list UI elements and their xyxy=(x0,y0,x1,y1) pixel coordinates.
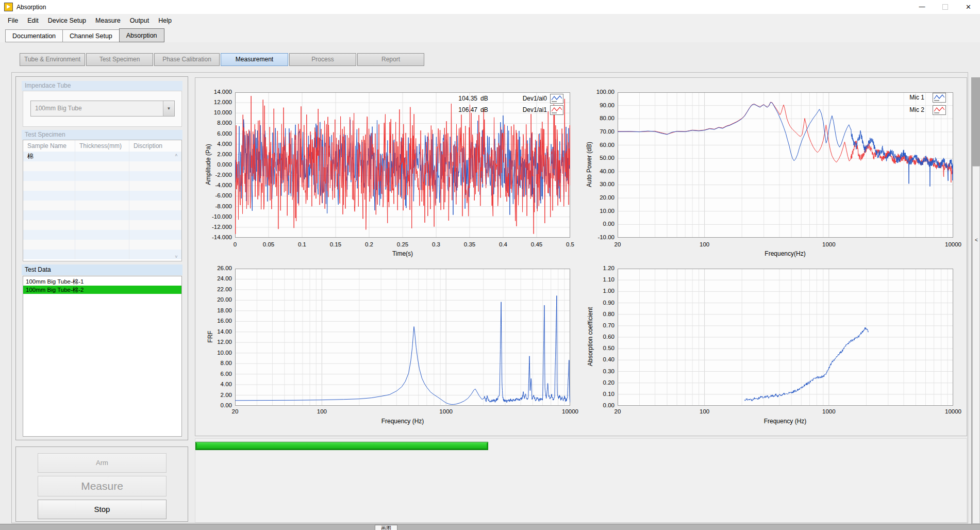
legend-dev1-ai0-icon[interactable] xyxy=(550,94,563,104)
time-waveform-plot[interactable] xyxy=(235,92,570,238)
tab-documentation[interactable]: Documentation xyxy=(5,29,63,42)
legend-dev1-ai1-icon[interactable] xyxy=(550,105,563,115)
test-data-item[interactable]: 100mm Big Tube-棉-2 xyxy=(23,286,181,294)
specimen-row[interactable] xyxy=(23,191,181,201)
impedance-tube-group: 100mm Big Tube ▼ xyxy=(23,91,182,127)
sidebar-panel: Impendace Tube 100mm Big Tube ▼ Test Spe… xyxy=(15,76,188,440)
time-waveform-xtick: 0.05 xyxy=(253,241,284,247)
specimen-cell xyxy=(75,201,129,210)
time-waveform-readout-unit: dB xyxy=(480,106,494,113)
absorption-coefficient-xtick: 10000 xyxy=(938,408,969,415)
bottom-partial-tab[interactable]: 画图 xyxy=(375,525,397,530)
test-specimen-header: Test Specimen xyxy=(22,130,182,140)
auto-power-spectrum-ytick: 90.00 xyxy=(584,102,614,108)
specimen-cell xyxy=(75,230,129,240)
frf-xtick: 100 xyxy=(306,408,337,415)
time-waveform-xtick: 0.4 xyxy=(488,241,519,247)
absorption-coefficient-ytick: 1.20 xyxy=(584,265,614,271)
time-waveform-xtick: 0 xyxy=(220,241,251,247)
absorption-coefficient-ylabel: Absorption coefficient xyxy=(587,290,594,383)
specimen-cell xyxy=(23,250,75,259)
menu-device-setup[interactable]: Device Setup xyxy=(43,14,91,28)
right-scrollbar[interactable] xyxy=(972,166,980,524)
time-waveform-xtick: 0.15 xyxy=(320,241,351,247)
menu-file[interactable]: File xyxy=(3,14,23,28)
collapse-left-icon[interactable]: < xyxy=(973,237,979,243)
specimen-cell xyxy=(129,210,178,220)
test-data-item[interactable]: 100mm Big Tube-棉-1 xyxy=(23,277,181,286)
specimen-row[interactable] xyxy=(23,220,181,230)
specimen-row[interactable] xyxy=(23,210,181,220)
subtab-tube-environment[interactable]: Tube & Environment xyxy=(20,53,85,66)
control-button-panel: Arm Measure Stop xyxy=(15,446,188,522)
window-title: Absorption xyxy=(16,4,46,11)
time-waveform-ytick: 14.000 xyxy=(201,89,232,95)
specimen-row[interactable] xyxy=(23,230,181,240)
menu-output[interactable]: Output xyxy=(125,14,154,28)
frf-plot[interactable] xyxy=(235,269,570,406)
subtab-process[interactable]: Process xyxy=(289,53,356,66)
subtab-test-specimen[interactable]: Test Specimen xyxy=(86,53,153,66)
legend-mic-1-icon[interactable] xyxy=(933,93,946,103)
specimen-row[interactable] xyxy=(23,171,181,181)
menu-help[interactable]: Help xyxy=(154,14,176,28)
main-tab-strip: DocumentationChannel SetupAbsorption xyxy=(0,28,980,42)
impedance-tube-dropdown[interactable]: 100mm Big Tube ▼ xyxy=(30,101,175,117)
frf-ytick: 22.00 xyxy=(201,286,232,292)
bottom-edge-strip xyxy=(0,524,980,530)
specimen-cell xyxy=(129,201,178,210)
auto-power-spectrum-ytick: -10.00 xyxy=(584,234,614,240)
sub-tab-strip: Tube & EnvironmentTest SpecimenPhase Cal… xyxy=(20,53,424,66)
time-waveform-ylabel: Amplitude (Pa) xyxy=(205,118,212,211)
menu-bar: FileEditDevice SetupMeasureOutputHelp xyxy=(0,14,980,28)
specimen-table[interactable]: Sample NameThickness(mm)Discription棉 xyxy=(23,140,182,261)
frf-ytick: 0.00 xyxy=(201,402,232,408)
specimen-cell xyxy=(129,161,178,171)
specimen-row[interactable] xyxy=(23,201,181,210)
test-data-list[interactable]: 100mm Big Tube-棉-1100mm Big Tube-棉-2 xyxy=(23,276,182,437)
specimen-cell xyxy=(75,161,129,171)
chevron-down-icon[interactable]: ▼ xyxy=(163,101,174,116)
specimen-row[interactable] xyxy=(23,240,181,250)
specimen-cell: 棉 xyxy=(23,152,75,161)
menu-edit[interactable]: Edit xyxy=(23,14,43,28)
time-waveform-ytick: -10.000 xyxy=(201,213,232,220)
specimen-cell xyxy=(23,210,75,220)
tab-absorption[interactable]: Absorption xyxy=(119,28,164,42)
absorption-coefficient-ytick: 0.00 xyxy=(584,402,614,408)
stop-button[interactable]: Stop xyxy=(38,500,167,519)
frf-ytick: 4.00 xyxy=(201,381,232,387)
subtab-measurement[interactable]: Measurement xyxy=(221,53,288,66)
specimen-row[interactable] xyxy=(23,161,181,171)
frf-ytick: 18.00 xyxy=(201,307,232,313)
arm-button: Arm xyxy=(38,453,167,473)
specimen-cell xyxy=(75,152,129,161)
subtab-phase-calibration[interactable]: Phase Calibration xyxy=(154,53,220,66)
subtab-report[interactable]: Report xyxy=(357,53,424,66)
auto-power-spectrum-xlabel: Frequency(Hz) xyxy=(739,250,832,257)
frf-ytick: 16.00 xyxy=(201,318,232,324)
specimen-row[interactable] xyxy=(23,250,181,259)
tab-channel-setup[interactable]: Channel Setup xyxy=(62,29,120,42)
specimen-cell xyxy=(75,191,129,201)
specimen-cell xyxy=(129,250,178,259)
absorption-coefficient-plot[interactable] xyxy=(618,269,953,406)
specimen-row[interactable] xyxy=(23,181,181,191)
title-bar[interactable]: Absorption — ✕ xyxy=(0,0,980,14)
close-icon[interactable]: ✕ xyxy=(957,0,980,14)
auto-power-spectrum-plot[interactable] xyxy=(618,92,953,238)
menu-measure[interactable]: Measure xyxy=(91,14,125,28)
absorption-coefficient-xtick: 20 xyxy=(602,408,633,415)
maximize-icon[interactable] xyxy=(934,0,957,14)
time-waveform-ytick: -12.000 xyxy=(201,224,232,230)
legend-mic-2-icon[interactable] xyxy=(933,105,946,115)
specimen-cell xyxy=(23,230,75,240)
minimize-icon[interactable]: — xyxy=(910,0,934,14)
auto-power-spectrum-xtick: 20 xyxy=(602,241,633,247)
time-waveform-xtick: 0.35 xyxy=(454,241,485,247)
scroll-down-icon[interactable]: ˅ xyxy=(173,254,179,259)
scroll-up-icon[interactable]: ˄ xyxy=(173,153,179,158)
specimen-cell xyxy=(23,201,75,210)
absorption-window: Absorption — ✕ FileEditDevice SetupMeasu… xyxy=(0,0,980,530)
specimen-row[interactable]: 棉 xyxy=(23,152,181,161)
